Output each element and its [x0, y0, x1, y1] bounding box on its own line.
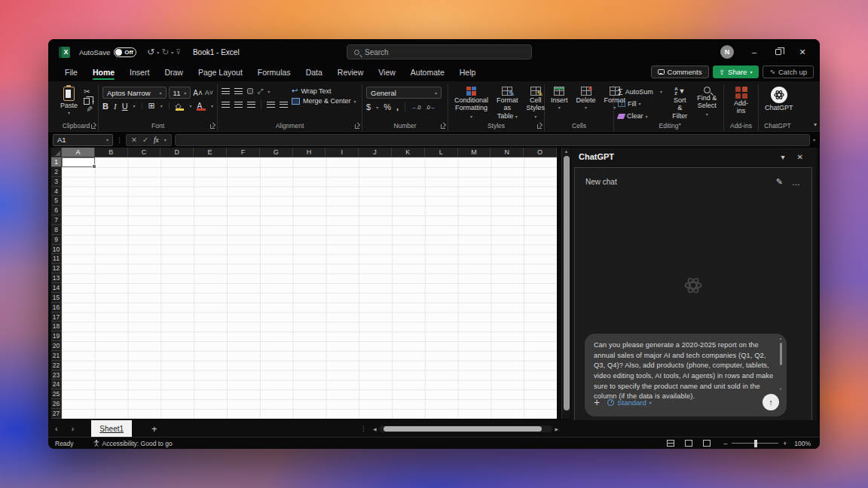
- orientation-icon[interactable]: ⤢: [258, 87, 263, 96]
- ribbon-tab[interactable]: Help: [454, 66, 482, 81]
- column-header[interactable]: D: [160, 148, 194, 157]
- column-header[interactable]: A: [62, 148, 95, 157]
- send-button[interactable]: ↑: [763, 394, 779, 410]
- percent-icon[interactable]: %: [384, 102, 391, 111]
- share-button[interactable]: ⇧Share▾: [713, 66, 760, 78]
- redo-button[interactable]: ↻: [161, 47, 169, 57]
- decrease-decimal-icon[interactable]: .0→: [426, 104, 435, 111]
- row-header[interactable]: 27: [51, 409, 62, 419]
- ribbon-tab[interactable]: Home: [87, 66, 121, 81]
- close-button[interactable]: ✕: [791, 43, 814, 61]
- zoom-slider-knob[interactable]: [754, 440, 757, 447]
- column-header[interactable]: M: [458, 148, 491, 157]
- fill-button[interactable]: ↓Fill▾: [618, 99, 662, 108]
- row-header[interactable]: 20: [51, 341, 62, 351]
- chat-message-text[interactable]: Can you please generate a 2020-2025 repo…: [594, 340, 776, 402]
- currency-icon[interactable]: $: [366, 102, 371, 111]
- ribbon-tab[interactable]: Page Layout: [192, 66, 249, 81]
- cell-styles-button[interactable]: ✎ CellStyles ▾: [524, 85, 548, 121]
- avatar[interactable]: N: [720, 45, 734, 59]
- font-color-icon[interactable]: A: [197, 101, 206, 111]
- insert-function-icon[interactable]: fx: [154, 136, 159, 144]
- format-as-table-button[interactable]: ✎ Format asTable ▾: [494, 85, 521, 121]
- ribbon-tab[interactable]: Draw: [158, 66, 189, 81]
- add-sheet-button[interactable]: +: [141, 423, 168, 435]
- column-header[interactable]: H: [293, 148, 326, 157]
- decrease-indent-icon[interactable]: [267, 102, 275, 108]
- column-header[interactable]: G: [260, 148, 293, 157]
- wrap-text-button[interactable]: ↩Wrap Text: [292, 87, 356, 95]
- autosave-toggle[interactable]: Off: [114, 47, 136, 57]
- format-painter-button[interactable]: ✎: [85, 105, 93, 116]
- row-header[interactable]: 24: [51, 380, 62, 389]
- vertical-scrollbar[interactable]: ▲: [561, 148, 570, 419]
- align-middle-icon[interactable]: [234, 88, 243, 94]
- borders-icon[interactable]: ⊞: [148, 101, 155, 111]
- zoom-slider[interactable]: [732, 443, 778, 444]
- column-header[interactable]: J: [359, 148, 392, 157]
- font-name-select[interactable]: Aptos Narrow▾: [102, 87, 167, 99]
- row-header[interactable]: 14: [51, 283, 62, 293]
- row-header[interactable]: 6: [51, 206, 62, 215]
- mode-selector[interactable]: Standard ▾: [607, 398, 652, 407]
- zoom-out-icon[interactable]: –: [724, 440, 728, 447]
- row-header[interactable]: 12: [51, 264, 62, 273]
- enter-icon[interactable]: ✓: [142, 136, 148, 144]
- row-header[interactable]: 11: [51, 254, 62, 264]
- fx-chevron-icon[interactable]: ▾: [164, 137, 167, 142]
- column-header[interactable]: I: [326, 148, 359, 157]
- scroll-up-icon[interactable]: ▲: [562, 148, 570, 155]
- select-all-corner[interactable]: [51, 148, 62, 157]
- row-header[interactable]: 19: [51, 331, 62, 341]
- row-header[interactable]: 15: [51, 293, 62, 303]
- merge-center-button[interactable]: Merge & Center▾: [292, 97, 356, 105]
- bold-button[interactable]: B: [102, 102, 108, 111]
- row-header[interactable]: 3: [51, 177, 62, 187]
- collapse-ribbon-icon[interactable]: ▾: [814, 121, 817, 128]
- copy-button[interactable]: [84, 98, 90, 105]
- fill-color-icon[interactable]: ◇: [176, 101, 185, 111]
- comments-button[interactable]: Comments: [651, 66, 709, 78]
- font-dialog-launcher-icon[interactable]: [210, 124, 215, 129]
- find-select-button[interactable]: Find &Select ▾: [695, 85, 720, 121]
- row-header[interactable]: 16: [51, 303, 62, 313]
- chat-input-box[interactable]: Can you please generate a 2020-2025 repo…: [585, 334, 787, 416]
- row-header[interactable]: 2: [51, 167, 62, 177]
- prev-sheet-icon[interactable]: ‹: [48, 424, 65, 433]
- name-box-splitter[interactable]: ⋮: [116, 136, 123, 144]
- align-left-icon[interactable]: [222, 102, 230, 108]
- normal-view-icon[interactable]: [667, 440, 674, 447]
- autosave-control[interactable]: AutoSave Off: [79, 47, 136, 57]
- formula-input[interactable]: [175, 134, 810, 146]
- undo-chevron-icon[interactable]: ▾: [157, 50, 159, 55]
- row-header[interactable]: 17: [51, 313, 62, 322]
- insert-cells-button[interactable]: Insert▾: [549, 85, 570, 121]
- undo-button[interactable]: ↺: [147, 47, 154, 57]
- cells-area[interactable]: [62, 157, 557, 419]
- ribbon-tab[interactable]: Automate: [405, 66, 451, 81]
- paste-button[interactable]: Paste▾: [58, 85, 80, 121]
- align-right-icon[interactable]: [247, 102, 255, 108]
- sort-filter-button[interactable]: AZ▼ Sort &Filter ▾: [669, 85, 691, 121]
- clipboard-dialog-launcher-icon[interactable]: [91, 124, 96, 129]
- selected-cell-a1[interactable]: [62, 157, 95, 167]
- autosum-button[interactable]: ΣAutoSum▾: [618, 87, 662, 96]
- align-top-icon[interactable]: [222, 88, 230, 94]
- row-header[interactable]: 9: [51, 235, 62, 245]
- horizontal-scrollbar[interactable]: ◀ ▶: [371, 424, 561, 433]
- conditional-formatting-button[interactable]: ConditionalFormatting ▾: [452, 85, 491, 121]
- zoom-level[interactable]: 100%: [794, 440, 811, 447]
- row-header[interactable]: 21: [51, 351, 62, 361]
- search-input[interactable]: [365, 48, 500, 56]
- increase-font-icon[interactable]: A˄: [193, 89, 203, 97]
- attach-plus-icon[interactable]: +: [594, 396, 600, 408]
- styles-dialog-launcher-icon[interactable]: [537, 124, 542, 129]
- panel-chevron-down-icon[interactable]: ▾: [775, 153, 791, 161]
- row-header[interactable]: 7: [51, 215, 62, 225]
- clear-button[interactable]: Clear▾: [618, 111, 662, 121]
- next-sheet-icon[interactable]: ›: [65, 424, 81, 433]
- column-header[interactable]: N: [491, 148, 524, 157]
- row-header[interactable]: 25: [51, 389, 62, 399]
- number-format-select[interactable]: General▾: [366, 87, 442, 99]
- more-options-icon[interactable]: …: [792, 178, 801, 187]
